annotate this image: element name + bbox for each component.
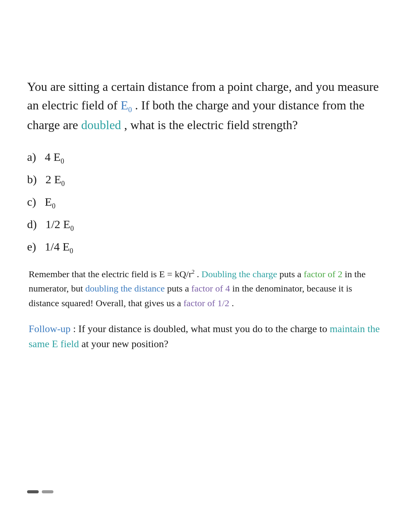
option-d: d) 1/2 E0 — [27, 215, 384, 234]
question-text-end: , what is the electric field strength? — [121, 118, 298, 132]
followup-label: Follow-up — [29, 323, 70, 334]
e0-label: E0 — [121, 98, 132, 112]
option-b: b) 2 E0 — [27, 171, 384, 189]
option-e-letter: e) 1/4 E0 — [27, 240, 73, 253]
doubling-distance-label: doubling the distance — [85, 283, 164, 293]
navigation-bar[interactable] — [27, 490, 53, 493]
option-b-letter: b) 2 E0 — [27, 173, 65, 186]
doubled-label: doubled — [81, 118, 121, 132]
explanation-text3: puts a — [277, 269, 304, 279]
followup-block: Follow-up : If your distance is doubled,… — [27, 321, 384, 351]
nav-dot-1[interactable] — [27, 490, 39, 493]
option-c-letter: c) E0 — [27, 195, 55, 208]
option-a-letter: a) 4 E0 — [27, 150, 64, 163]
nav-dot-2[interactable] — [42, 490, 53, 493]
explanation-text1: Remember that the electric field is E = … — [29, 269, 202, 279]
question-text: You are sitting a certain distance from … — [27, 77, 384, 134]
options-list: a) 4 E0 b) 2 E0 c) E0 d) 1/2 E0 e) 1/4 E… — [27, 148, 384, 256]
followup-text1: : If your distance is doubled, what must… — [70, 323, 330, 334]
factor-of-4-label: factor of 4 — [191, 283, 230, 293]
option-a: a) 4 E0 — [27, 148, 384, 167]
explanation-text7: . — [229, 298, 234, 308]
explanation-block: Remember that the electric field is E = … — [27, 267, 384, 310]
doubling-charge-label: Doubling the charge — [202, 269, 277, 279]
followup-text2: at your new position? — [79, 338, 168, 350]
option-d-letter: d) 1/2 E0 — [27, 218, 74, 230]
option-c: c) E0 — [27, 193, 384, 211]
factor-of-2-label: factor of 2 — [304, 269, 342, 279]
explanation-text5: puts a — [165, 283, 192, 293]
factor-of-half-label: factor of 1/2 — [183, 298, 229, 308]
option-e: e) 1/4 E0 — [27, 238, 384, 256]
